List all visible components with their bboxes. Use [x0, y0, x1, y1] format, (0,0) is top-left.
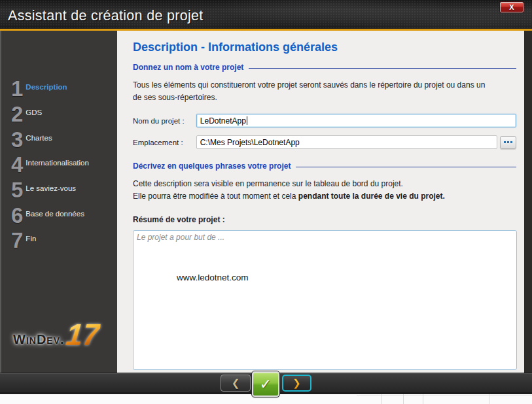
wizard-step[interactable]: 1 Description: [1, 76, 117, 102]
project-summary-textarea[interactable]: Le projet a pour but de ... www.ledotnet…: [133, 230, 517, 370]
description-line: Elle pourra être modifiée à tout moment …: [133, 190, 516, 203]
description-line-normal: Elle pourra être modifiée à tout moment …: [133, 192, 298, 201]
background-grid-line: [403, 394, 404, 404]
next-button[interactable]: ❯: [282, 375, 311, 392]
section-describe-header: Décrivez en quelques phrases votre proje…: [133, 161, 516, 171]
back-button[interactable]: ❮: [221, 375, 251, 392]
step-label: GDS: [26, 109, 42, 116]
step-number: 6: [11, 203, 23, 228]
close-icon: X: [509, 4, 514, 11]
background-grid-line: [489, 394, 489, 404]
windev-logo: WinDev. 17: [13, 326, 99, 352]
step-label: Chartes: [26, 134, 52, 142]
background-grid-line: [423, 394, 423, 404]
section-describe-description: Cette description sera visible en perman…: [133, 178, 516, 203]
step-label: Fin: [26, 235, 36, 243]
project-location-input[interactable]: C:\Mes Projets\LeDotnetApp: [196, 135, 497, 149]
section-divider-line: [249, 68, 516, 69]
wizard-step[interactable]: 4 Internationalisation: [1, 152, 117, 178]
step-number: 5: [11, 178, 23, 203]
section-name-header: Donnez un nom à votre projet: [133, 63, 516, 72]
wizard-step[interactable]: 6 Base de données: [1, 203, 117, 228]
project-location-value: C:\Mes Projets\LeDotnetApp: [200, 138, 300, 147]
ellipsis-icon: [504, 141, 506, 143]
step-number: 2: [11, 102, 23, 127]
project-name-label: Nom du projet :: [133, 117, 196, 125]
step-number: 3: [11, 127, 23, 152]
window-frame-right: [524, 31, 532, 392]
step-label: Internationalisation: [26, 159, 89, 167]
step-number: 7: [11, 228, 23, 253]
page-title: Description - Informations générales: [133, 41, 516, 54]
validate-button[interactable]: ✓: [252, 371, 279, 397]
description-line: Cette description sera visible en perman…: [133, 178, 516, 190]
section-divider-line: [296, 167, 516, 167]
windev-brand-text: WinDev.: [13, 332, 65, 347]
background-grid-line: [357, 395, 532, 396]
step-label: Description: [26, 83, 67, 91]
checkmark-icon: ✓: [260, 376, 272, 392]
step-label: Base de données: [26, 210, 84, 218]
summary-placeholder: Le projet a pour but de ...: [137, 233, 224, 242]
wizard-step[interactable]: 5 Le saviez-vous: [1, 178, 117, 203]
summary-label: Résumé de votre projet :: [133, 215, 516, 224]
wizard-step[interactable]: 2 GDS: [1, 102, 117, 127]
section-describe-title: Décrivez en quelques phrases votre proje…: [133, 161, 291, 171]
description-line-bold: pendant toute la durée de vie du projet.: [298, 192, 445, 201]
section-name-title: Donnez un nom à votre projet: [133, 63, 243, 72]
wizard-sidebar: 1 Description 2 GDS 3 Chartes 4 Internat…: [0, 31, 117, 373]
project-name-input[interactable]: LeDotnetApp: [196, 114, 516, 127]
background-grid-line: [381, 394, 382, 404]
windev-version-17: 17: [64, 317, 101, 352]
wizard-content: Description - Informations générales Don…: [117, 31, 524, 373]
chevron-right-icon: ❯: [293, 377, 301, 389]
wizard-step[interactable]: 3 Chartes: [1, 127, 117, 152]
section-name-description: Tous les éléments qui constitueront votr…: [133, 79, 516, 104]
project-location-row: Emplacement : C:\Mes Projets\LeDotnetApp: [133, 135, 516, 149]
wizard-step[interactable]: 7 Fin: [1, 228, 117, 254]
step-list: 1 Description 2 GDS 3 Chartes 4 Internat…: [1, 31, 117, 254]
description-line: Tous les éléments qui constitueront votr…: [133, 79, 516, 92]
step-number: 1: [11, 76, 23, 101]
text-caret: [247, 116, 247, 125]
project-name-row: Nom du projet : LeDotnetApp: [133, 114, 516, 127]
project-name-value: LeDotnetApp: [200, 116, 246, 126]
project-location-label: Emplacement :: [133, 139, 196, 146]
close-button[interactable]: X: [500, 2, 523, 12]
ellipsis-icon: [510, 141, 512, 143]
step-label: Le saviez-vous: [26, 184, 76, 192]
wizard-window: Assistant de création de projet X 1 Desc…: [0, 0, 532, 394]
ellipsis-icon: [507, 141, 509, 143]
chevron-left-icon: ❮: [232, 377, 240, 389]
watermark-text: www.ledotnet.com: [177, 273, 249, 282]
browse-button[interactable]: [500, 136, 516, 149]
description-line: de ses sous-répertoires.: [133, 92, 516, 104]
window-title: Assistant de création de projet: [8, 8, 204, 24]
step-number: 4: [11, 152, 23, 177]
title-bar: Assistant de création de projet X: [0, 0, 532, 31]
screen: Assistant de création de projet X 1 Desc…: [0, 0, 532, 404]
